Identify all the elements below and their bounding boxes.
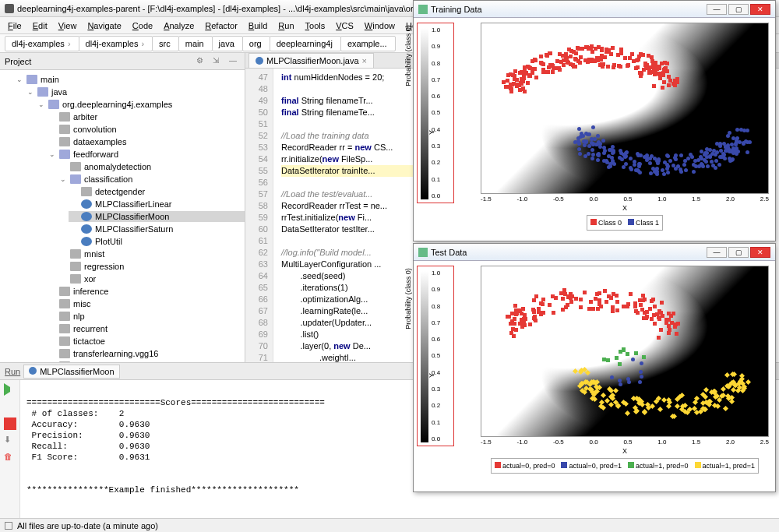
dump-icon[interactable]: ⬇ bbox=[4, 435, 16, 447]
tree-node-arbiter[interactable]: arbiter bbox=[47, 111, 245, 122]
chart-title-bar[interactable]: Test Data — ▢ ✕ bbox=[414, 244, 775, 261]
menu-vcs[interactable]: VCS bbox=[331, 19, 358, 32]
data-point bbox=[615, 308, 619, 312]
menu-run[interactable]: Run bbox=[273, 19, 298, 32]
tree-root[interactable]: ⌄main bbox=[14, 74, 245, 85]
tree-node-inference[interactable]: inference bbox=[47, 286, 245, 297]
breadcrumb-item[interactable]: dl4j-examples bbox=[5, 36, 79, 51]
tree-node-anomalydetection[interactable]: anomalydetection bbox=[58, 161, 245, 172]
folder-icon bbox=[70, 162, 81, 171]
editor-tab-active[interactable]: MLPClassifierMoon.java × bbox=[249, 53, 374, 68]
folder-icon bbox=[70, 262, 81, 271]
tree-node-regression[interactable]: regression bbox=[58, 261, 245, 272]
data-point bbox=[638, 71, 642, 75]
data-point bbox=[637, 164, 641, 168]
breadcrumb-item[interactable]: src bbox=[152, 36, 179, 51]
minimize-button[interactable]: — bbox=[707, 4, 727, 15]
trash-icon[interactable]: 🗑 bbox=[4, 452, 16, 464]
tree-node-nlp[interactable]: nlp bbox=[47, 311, 245, 322]
tree-node-dataexamples[interactable]: dataexamples bbox=[47, 136, 245, 147]
data-point bbox=[598, 63, 602, 67]
data-point bbox=[562, 63, 566, 67]
chart-window-test[interactable]: Test Data — ▢ ✕ 1.00.90.80.70.60.50.40.3… bbox=[413, 243, 776, 492]
menu-tools[interactable]: Tools bbox=[301, 19, 330, 32]
data-point bbox=[620, 157, 624, 161]
data-point bbox=[512, 82, 516, 86]
tree-node-feedforward[interactable]: ⌄feedforward bbox=[47, 149, 245, 160]
project-hide-icon[interactable]: — bbox=[229, 56, 240, 67]
data-point bbox=[735, 128, 739, 132]
maximize-button[interactable]: ▢ bbox=[728, 4, 749, 15]
data-point bbox=[585, 45, 589, 49]
project-tool-window: Project ⚙ ⇲ — ⌄main⌄java⌄org.deeplearnin… bbox=[0, 53, 245, 362]
data-point bbox=[611, 309, 615, 313]
data-point bbox=[729, 399, 735, 404]
run-label[interactable]: Run bbox=[5, 367, 20, 376]
close-button[interactable]: ✕ bbox=[750, 247, 770, 258]
breadcrumb-item[interactable]: deeplearning4j bbox=[270, 36, 341, 51]
project-settings-icon[interactable]: ⚙ bbox=[196, 56, 207, 67]
data-point bbox=[521, 79, 525, 83]
chart-title-bar[interactable]: Training Data — ▢ ✕ bbox=[414, 1, 775, 18]
data-point bbox=[574, 51, 578, 55]
data-point bbox=[597, 302, 601, 306]
data-point bbox=[612, 65, 615, 69]
menu-build[interactable]: Build bbox=[244, 19, 272, 32]
run-config-tab[interactable]: MLPClassifierMoon bbox=[23, 365, 119, 379]
menu-navigate[interactable]: Navigate bbox=[83, 19, 125, 32]
tree-node-misc[interactable]: misc bbox=[47, 298, 245, 309]
data-point bbox=[581, 134, 585, 138]
menu-code[interactable]: Code bbox=[128, 19, 157, 32]
folder-icon bbox=[59, 150, 70, 159]
stop-icon[interactable] bbox=[4, 417, 16, 430]
data-point bbox=[619, 382, 622, 386]
tree-node-mlpclassifierlinear[interactable]: MLPClassifierLinear bbox=[69, 199, 245, 210]
data-point bbox=[583, 143, 587, 147]
tree-node-convolution[interactable]: convolution bbox=[47, 124, 245, 135]
breadcrumb-item[interactable]: org bbox=[242, 36, 270, 51]
tree-node-mnist[interactable]: mnist bbox=[58, 248, 245, 259]
x-ticks: -1.5-1.0-0.50.00.51.01.52.02.5 bbox=[481, 437, 769, 447]
tree-node-mlpclassifiersaturn[interactable]: MLPClassifierSaturn bbox=[69, 224, 245, 234]
tree-node-java[interactable]: ⌄java bbox=[25, 86, 245, 97]
menu-edit[interactable]: Edit bbox=[28, 19, 52, 32]
data-point bbox=[718, 142, 722, 146]
data-point bbox=[701, 164, 705, 168]
chart-window-training[interactable]: Training Data — ▢ ✕ 1.00.90.80.70.60.50.… bbox=[413, 0, 776, 241]
status-indicator-icon[interactable] bbox=[5, 522, 12, 530]
tree-node-xor[interactable]: xor bbox=[58, 273, 245, 284]
data-point bbox=[735, 146, 738, 150]
data-point bbox=[583, 154, 587, 158]
tree-node-transferlearning-vgg16[interactable]: transferlearning.vgg16 bbox=[47, 348, 245, 359]
close-tab-icon[interactable]: × bbox=[362, 56, 367, 65]
breadcrumb-item[interactable]: example... bbox=[340, 36, 396, 51]
minimize-button[interactable]: — bbox=[707, 247, 727, 258]
menu-analyze[interactable]: Analyze bbox=[159, 19, 199, 32]
tree-node-detectgender[interactable]: detectgender bbox=[69, 186, 245, 197]
tree-node-mlpclassifiermoon[interactable]: MLPClassifierMoon bbox=[69, 211, 245, 222]
rerun-icon[interactable] bbox=[4, 383, 16, 396]
pause-icon[interactable] bbox=[4, 400, 16, 413]
menu-file[interactable]: File bbox=[3, 19, 26, 32]
close-button[interactable]: ✕ bbox=[750, 4, 770, 15]
menu-view[interactable]: View bbox=[54, 19, 82, 32]
data-point bbox=[599, 58, 603, 62]
tree-node-plotutil[interactable]: PlotUtil bbox=[69, 236, 245, 247]
menu-window[interactable]: Window bbox=[360, 19, 400, 32]
tree-node-org-deeplearning4j-examples[interactable]: ⌄org.deeplearning4j.examples bbox=[36, 99, 245, 110]
tree-node-recurrent[interactable]: recurrent bbox=[47, 323, 245, 334]
data-point bbox=[548, 303, 552, 307]
data-point bbox=[638, 380, 642, 384]
project-collapse-icon[interactable]: ⇲ bbox=[213, 56, 224, 67]
menu-refactor[interactable]: Refactor bbox=[200, 19, 242, 32]
project-tree[interactable]: ⌄main⌄java⌄org.deeplearning4j.examplesar… bbox=[0, 70, 245, 362]
tree-node-tictactoe[interactable]: tictactoe bbox=[47, 336, 245, 347]
tree-node-classification[interactable]: ⌄classification bbox=[58, 174, 245, 185]
tree-node-unsupervised[interactable]: unsupervised bbox=[47, 361, 245, 362]
breadcrumb-item[interactable]: java bbox=[212, 36, 243, 51]
data-point bbox=[662, 172, 666, 176]
maximize-button[interactable]: ▢ bbox=[728, 247, 749, 258]
breadcrumb-item[interactable]: dl4j-examples bbox=[79, 36, 153, 51]
data-point bbox=[528, 74, 532, 78]
breadcrumb-item[interactable]: main bbox=[178, 36, 213, 51]
